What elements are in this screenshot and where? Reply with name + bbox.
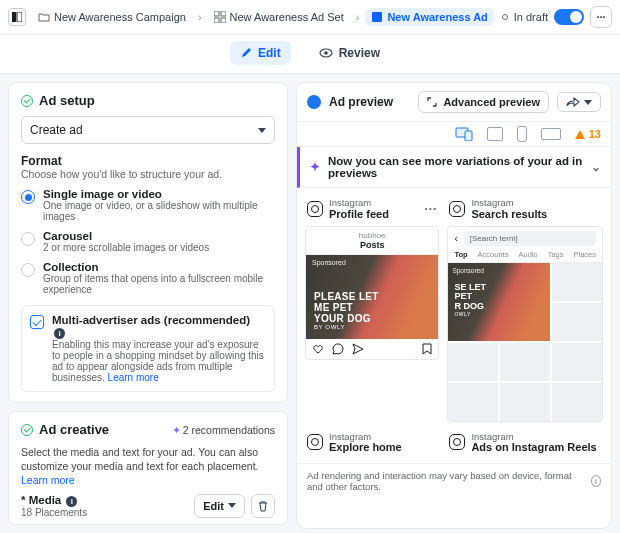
info-icon[interactable]: i	[66, 496, 77, 507]
ad-icon	[371, 11, 383, 23]
search-tile	[552, 303, 602, 341]
search-input-mock: [Search term]	[464, 231, 596, 246]
svg-point-8	[324, 51, 328, 55]
svg-rect-6	[372, 12, 382, 22]
media-edit-button[interactable]: Edit	[194, 494, 245, 518]
cell-explore-title: Explore home	[329, 441, 402, 453]
radio-icon	[21, 190, 35, 204]
ad-setup-title: Ad setup	[39, 93, 95, 108]
breadcrumb-campaign[interactable]: New Awareness Campaign	[32, 8, 192, 26]
cell-platform-label: Instagram	[329, 432, 402, 442]
media-delete-button[interactable]	[251, 494, 275, 518]
ad-overlay-text: SE LET PET R DOG OWLY	[454, 283, 486, 318]
adset-grid-icon	[214, 11, 226, 23]
status-dot-icon	[502, 14, 508, 20]
tab-audio[interactable]: Audio	[518, 250, 537, 259]
tab-top[interactable]: Top	[454, 250, 467, 259]
cell-more-button[interactable]: ···	[424, 202, 437, 216]
back-chevron-icon[interactable]: ‹	[454, 233, 457, 244]
status-indicator: In draft ···	[502, 6, 612, 28]
recommendations-count[interactable]: ✦2 recommendations	[172, 424, 275, 436]
tab-accounts[interactable]: Accounts	[478, 250, 509, 259]
option-collection-sub: Group of items that opens into a fullscr…	[43, 273, 275, 295]
cell-platform-label: Instagram	[471, 432, 596, 442]
feed-posts-label: Posts	[306, 240, 438, 250]
device-selector: 13	[297, 122, 611, 147]
status-toggle[interactable]	[554, 9, 584, 25]
breadcrumb-adset[interactable]: New Awareness Ad Set	[208, 8, 350, 26]
svg-rect-2	[214, 11, 219, 16]
device-desktop-icon[interactable]	[487, 127, 503, 141]
tab-review[interactable]: Review	[309, 41, 390, 65]
learn-more-link[interactable]: Learn more	[21, 474, 75, 486]
send-icon[interactable]	[352, 343, 364, 355]
share-button[interactable]	[557, 92, 601, 112]
preview-grid: Instagram Profile feed ··· hubhoe Posts	[297, 188, 611, 463]
instagram-icon	[449, 201, 465, 217]
device-mobile-icon[interactable]	[517, 126, 527, 142]
option-carousel-sub: 2 or more scrollable images or videos	[43, 242, 209, 253]
format-sub: Choose how you'd like to structure your …	[21, 168, 275, 180]
svg-rect-4	[214, 18, 219, 23]
format-label: Format	[21, 154, 275, 168]
search-tile	[448, 343, 498, 381]
option-collection-title: Collection	[43, 261, 275, 273]
placement-row-1[interactable]: Feeds, In-stream ads for videos and reel…	[21, 524, 275, 525]
checkbox-checked-icon[interactable]	[30, 315, 44, 329]
heart-icon[interactable]	[312, 343, 324, 355]
variations-banner[interactable]: ✦ Now you can see more variations of you…	[297, 147, 611, 188]
devices-all-icon[interactable]	[455, 127, 473, 141]
preview-footer-note: Ad rendering and interaction may vary ba…	[297, 463, 611, 498]
status-label: In draft	[514, 11, 548, 23]
pencil-icon	[240, 47, 252, 59]
variations-banner-text: Now you can see more variations of your …	[328, 155, 583, 179]
feed-actions	[306, 339, 438, 359]
warning-count[interactable]: 13	[575, 128, 601, 140]
info-icon[interactable]: i	[591, 475, 601, 487]
share-icon	[566, 97, 580, 107]
option-single-title: Single image or video	[43, 188, 275, 200]
top-bar: New Awareness Campaign › New Awareness A…	[0, 0, 620, 35]
breadcrumb-adset-label: New Awareness Ad Set	[230, 11, 344, 23]
cell-reels-title: Ads on Instagram Reels	[471, 441, 596, 453]
sidebar-toggle-icon[interactable]	[8, 8, 26, 26]
caret-down-icon	[258, 128, 266, 133]
create-ad-select[interactable]: Create ad	[21, 116, 275, 144]
tab-edit-label: Edit	[258, 46, 281, 60]
option-collection[interactable]: Collection Group of items that opens int…	[21, 261, 275, 295]
breadcrumb-ad[interactable]: New Awareness Ad	[365, 8, 493, 26]
svg-rect-10	[465, 131, 472, 141]
instagram-icon	[307, 201, 323, 217]
advanced-preview-button[interactable]: Advanced preview	[418, 91, 549, 113]
ad-preview-card: Ad preview Advanced preview	[296, 82, 612, 529]
cell-reels: Instagram Ads on Instagram Reels	[447, 430, 603, 460]
eye-icon	[319, 48, 333, 58]
search-sponsored-tile: Sponsored SE LET PET R DOG OWLY	[448, 263, 550, 341]
breadcrumb-ad-label: New Awareness Ad	[387, 11, 487, 23]
sponsored-label: Sponsored	[452, 267, 483, 274]
preview-dot-icon	[307, 95, 321, 109]
bookmark-icon[interactable]	[422, 343, 432, 355]
profile-feed-mock: hubhoe Posts Sponsored PLEASE LET ME PET…	[305, 226, 439, 360]
tab-edit[interactable]: Edit	[230, 41, 291, 65]
device-tablet-icon[interactable]	[541, 128, 561, 140]
ad-creative-desc: Select the media and text for your ad. Y…	[21, 445, 275, 488]
learn-more-link[interactable]: Learn more	[108, 372, 159, 383]
option-carousel[interactable]: Carousel 2 or more scrollable images or …	[21, 230, 275, 253]
search-tile	[552, 263, 602, 301]
placement-1-title: Feeds, In-stream ads for videos and reel…	[57, 524, 257, 525]
sponsored-label: Sponsored	[312, 259, 346, 266]
expand-icon	[427, 97, 437, 107]
tab-places[interactable]: Places	[573, 250, 596, 259]
search-tile	[552, 343, 602, 381]
option-single[interactable]: Single image or video One image or video…	[21, 188, 275, 222]
tab-tags[interactable]: Tags	[548, 250, 564, 259]
left-column: Ad setup Create ad Format Choose how you…	[0, 74, 296, 533]
more-menu-button[interactable]: ···	[590, 6, 612, 28]
info-icon[interactable]: i	[54, 328, 65, 339]
comment-icon[interactable]	[332, 343, 344, 355]
subtabs: Edit Review	[0, 35, 620, 74]
svg-rect-0	[12, 12, 16, 22]
check-circle-icon	[21, 95, 33, 107]
ad-preview-title: Ad preview	[329, 95, 393, 109]
